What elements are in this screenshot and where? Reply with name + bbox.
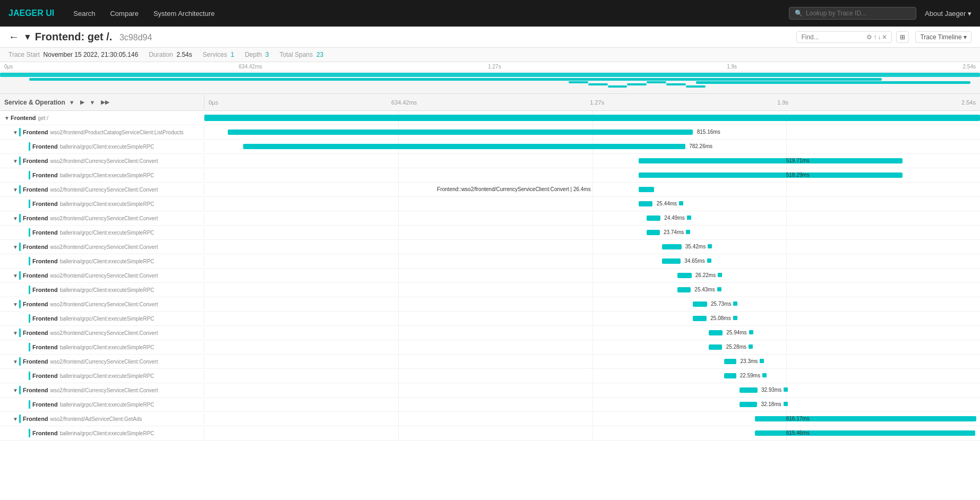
table-row[interactable]: ▼Frontendget /	[0, 111, 980, 125]
table-row[interactable]: Frontendballerina/grpc/Client:executeSim…	[0, 312, 980, 326]
table-row[interactable]: ▼Frontendwso2/frontend/CurrencyServiceCl…	[0, 383, 980, 398]
table-row[interactable]: Frontendballerina/grpc/Client:executeSim…	[0, 398, 980, 412]
minimap-bar-5	[608, 85, 627, 88]
about-menu[interactable]: About Jaeger ▾	[925, 10, 972, 18]
span-duration-badge	[679, 201, 683, 205]
spans-container: ▼Frontendget /▼Frontendwso2/frontend/Pro…	[0, 111, 980, 441]
trace-title: Frontend: get /. 3c98d94	[35, 31, 797, 43]
span-label-col: ▼Frontendwso2/frontend/CurrencyServiceCl…	[0, 384, 204, 396]
span-operation-name: ballerina/grpc/Client:executeSimpleRPC	[60, 144, 154, 150]
span-bar	[639, 173, 902, 178]
span-toggle-icon[interactable]: ▼	[13, 416, 18, 422]
ruler-line	[398, 340, 399, 354]
ruler-line	[786, 211, 787, 225]
table-row[interactable]: ▼Frontendwso2/frontend/CurrencyServiceCl…	[0, 269, 980, 283]
span-label-col: Frontendballerina/grpc/Client:executeSim…	[0, 313, 204, 324]
span-duration-label: 25.43ms	[694, 283, 721, 297]
span-operation-name: wso2/frontend/CurrencyServiceClient:Conv…	[50, 244, 158, 250]
trace-controls: ⊞ Trace Timeline ▾	[896, 31, 972, 43]
table-row[interactable]: ▼Frontendwso2/frontend/CurrencyServiceCl…	[0, 326, 980, 340]
find-down-icon[interactable]: ↓	[878, 33, 881, 41]
span-toggle-icon[interactable]: ▼	[13, 330, 18, 336]
sort-btn-3[interactable]: ▼	[88, 99, 97, 106]
table-row[interactable]: ▼Frontendwso2/frontend/CurrencyServiceCl…	[0, 211, 980, 226]
table-row[interactable]: Frontendballerina/grpc/Client:executeSim…	[0, 168, 980, 183]
table-row[interactable]: ▼Frontendwso2/frontend/CurrencyServiceCl…	[0, 240, 980, 254]
ruler-line	[786, 183, 787, 196]
span-duration-badge	[760, 359, 764, 363]
col-header-label: Service & Operation	[4, 99, 65, 106]
table-row[interactable]: ▼Frontendwso2/frontend/CurrencyServiceCl…	[0, 355, 980, 369]
services-meta: Services 1	[203, 51, 234, 58]
span-operation-name: wso2/frontend/CurrencyServiceClient:Conv…	[50, 187, 158, 193]
table-row[interactable]: Frontendballerina/grpc/Client:executeSim…	[0, 369, 980, 383]
ruler-line	[398, 254, 399, 268]
span-bar	[204, 115, 980, 121]
span-timeline-col: 23.74ms	[204, 226, 980, 239]
span-service-name: Frontend	[23, 215, 48, 221]
table-row[interactable]: Frontendballerina/grpc/Client:executeSim…	[0, 197, 980, 211]
table-row[interactable]: Frontendballerina/grpc/Client:executeSim…	[0, 340, 980, 355]
span-duration-label: 32.18ms	[761, 398, 787, 411]
span-label-col: ▼Frontendwso2/frontend/CurrencyServiceCl…	[0, 270, 204, 281]
brand-logo[interactable]: JAEGER UI	[8, 8, 54, 18]
find-close-icon[interactable]: ✕	[882, 33, 887, 41]
span-toggle-icon[interactable]: ▼	[13, 187, 18, 193]
trace-id-search[interactable]: 🔍	[789, 7, 916, 20]
collapse-icon[interactable]: ▼	[23, 32, 32, 42]
sort-btn-1[interactable]: ▼	[67, 99, 76, 106]
minimap-root-bar	[0, 73, 980, 77]
span-duration-badge	[784, 402, 788, 406]
find-input[interactable]	[801, 33, 864, 41]
span-label-col: ▼Frontendwso2/frontend/CurrencyServiceCl…	[0, 155, 204, 167]
back-button[interactable]: ←	[8, 31, 19, 43]
table-row[interactable]: ▼Frontendwso2/frontend/CurrencyServiceCl…	[0, 154, 980, 168]
ruler-line	[398, 211, 399, 225]
span-service-name: Frontend	[23, 387, 48, 393]
table-row[interactable]: ▼Frontendwso2/frontend/AdServiceClient:G…	[0, 412, 980, 426]
nav-search[interactable]: Search	[67, 5, 101, 22]
minimap-bars	[0, 71, 980, 94]
ruler-line	[786, 226, 787, 239]
nav-compare[interactable]: Compare	[104, 5, 144, 22]
span-toggle-icon[interactable]: ▼	[13, 244, 18, 250]
view-mode-button[interactable]: Trace Timeline ▾	[915, 31, 972, 43]
table-row[interactable]: ▼Frontendwso2/frontend/CurrencyServiceCl…	[0, 183, 980, 197]
sort-btn-4[interactable]: ▶▶	[99, 98, 111, 106]
table-row[interactable]: Frontendballerina/grpc/Client:executeSim…	[0, 226, 980, 240]
span-timeline-col: 24.49ms	[204, 211, 980, 225]
span-timeline-col: 616.17ms	[204, 412, 980, 426]
ruler-line	[398, 355, 399, 368]
sort-btn-2[interactable]: ▶	[79, 98, 86, 106]
span-toggle-icon[interactable]: ▼	[4, 115, 10, 121]
span-toggle-icon[interactable]: ▼	[13, 273, 18, 279]
find-up-icon[interactable]: ↑	[873, 33, 876, 41]
span-color-indicator	[19, 214, 21, 222]
graph-view-button[interactable]: ⊞	[896, 31, 909, 43]
span-color-indicator	[19, 271, 21, 280]
span-bar	[647, 230, 660, 235]
span-operation-name: wso2/frontend/AdServiceClient:GetAds	[50, 416, 142, 422]
span-toggle-icon[interactable]: ▼	[13, 130, 18, 135]
span-toggle-icon[interactable]: ▼	[13, 158, 18, 164]
span-toggle-icon[interactable]: ▼	[13, 301, 18, 307]
table-row[interactable]: ▼Frontendwso2/frontend/CurrencyServiceCl…	[0, 297, 980, 312]
nav-architecture[interactable]: System Architecture	[147, 5, 221, 22]
trace-id-input[interactable]	[806, 10, 910, 17]
table-row[interactable]: Frontendballerina/grpc/Client:executeSim…	[0, 140, 980, 154]
find-settings-icon[interactable]: ⚙	[866, 33, 872, 41]
find-box[interactable]: ⚙ ↑ ↓ ✕	[796, 31, 892, 43]
table-row[interactable]: Frontendballerina/grpc/Client:executeSim…	[0, 283, 980, 297]
table-row[interactable]: Frontendballerina/grpc/Client:executeSim…	[0, 426, 980, 441]
span-timeline-col: 25.94ms	[204, 326, 980, 340]
span-bar	[662, 244, 682, 249]
table-row[interactable]: ▼Frontendwso2/frontend/ProductCatalogSer…	[0, 125, 980, 140]
span-toggle-icon[interactable]: ▼	[13, 215, 18, 221]
ruler-line	[786, 355, 787, 368]
table-row[interactable]: Frontendballerina/grpc/Client:executeSim…	[0, 254, 980, 269]
span-toggle-icon[interactable]: ▼	[13, 387, 18, 393]
span-color-indicator	[19, 357, 21, 366]
span-toggle-icon[interactable]: ▼	[13, 359, 18, 365]
ruler-line	[786, 240, 787, 254]
span-label-col: Frontendballerina/grpc/Client:executeSim…	[0, 227, 204, 238]
